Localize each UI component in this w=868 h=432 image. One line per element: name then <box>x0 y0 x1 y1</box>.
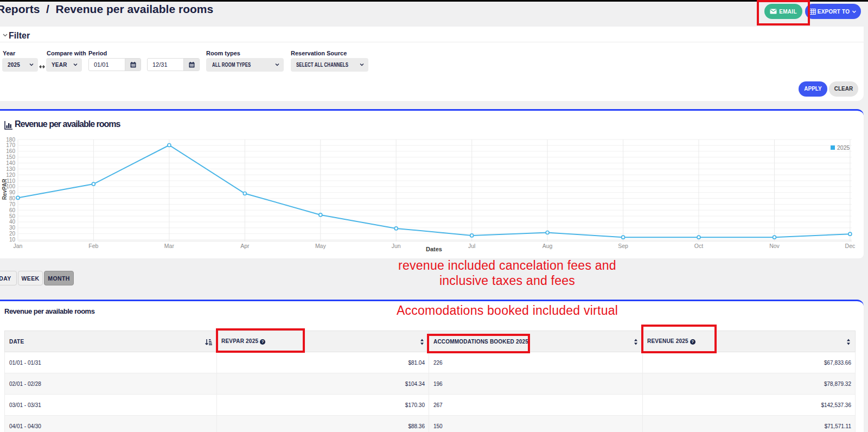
svg-text:2025: 2025 <box>837 144 850 151</box>
svg-text:Jan: Jan <box>14 243 23 249</box>
svg-text:Feb: Feb <box>88 243 98 249</box>
svg-text:170: 170 <box>6 142 15 148</box>
svg-text:50: 50 <box>9 213 16 219</box>
svg-text:Aug: Aug <box>542 243 553 249</box>
svg-text:150: 150 <box>6 154 15 160</box>
svg-text:40: 40 <box>9 219 16 225</box>
svg-text:80: 80 <box>9 195 16 201</box>
svg-text:Sep: Sep <box>618 243 628 249</box>
svg-text:130: 130 <box>6 166 15 172</box>
svg-text:Nov: Nov <box>769 243 780 249</box>
svg-text:160: 160 <box>6 148 15 154</box>
svg-text:RevPAR: RevPAR <box>2 179 8 200</box>
svg-text:140: 140 <box>6 160 15 166</box>
svg-text:60: 60 <box>9 207 16 213</box>
svg-text:Mar: Mar <box>164 243 175 249</box>
svg-text:90: 90 <box>9 189 16 195</box>
svg-text:180: 180 <box>6 137 15 143</box>
svg-text:Jul: Jul <box>468 243 475 249</box>
svg-text:120: 120 <box>6 172 15 178</box>
svg-text:Dec: Dec <box>845 243 856 249</box>
svg-text:Jun: Jun <box>392 243 401 249</box>
svg-text:Apr: Apr <box>240 243 250 249</box>
svg-text:Dates: Dates <box>426 246 442 252</box>
svg-text:20: 20 <box>9 231 16 237</box>
svg-text:Oct: Oct <box>694 243 703 249</box>
svg-text:30: 30 <box>9 225 16 231</box>
svg-text:10: 10 <box>9 237 16 243</box>
svg-text:70: 70 <box>9 201 16 207</box>
svg-text:110: 110 <box>7 178 15 184</box>
svg-text:May: May <box>315 243 327 249</box>
